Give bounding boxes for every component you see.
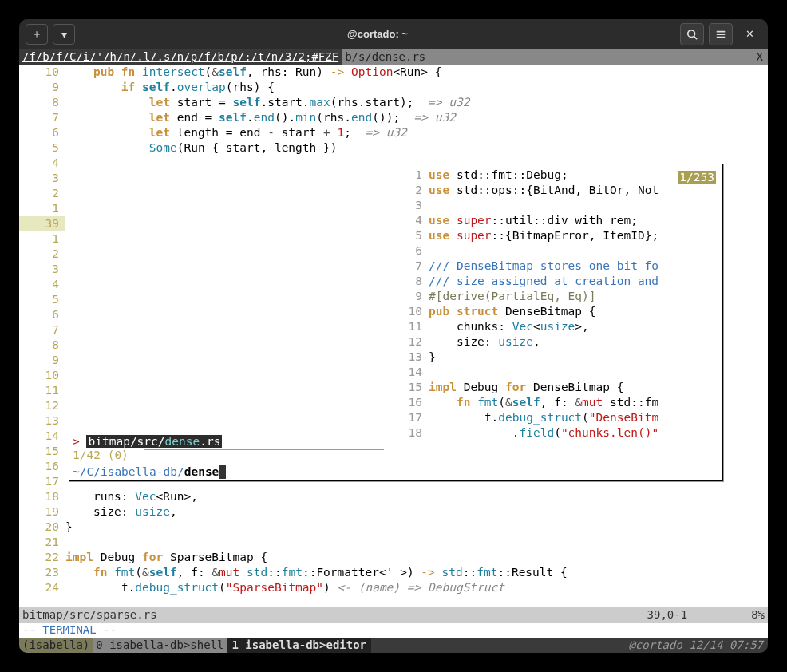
code-line[interactable]: 5 Some(Run { start, length }) xyxy=(19,140,768,156)
code-line[interactable]: 9 if self.overlap(rhs) { xyxy=(19,80,768,95)
line-number: 5 xyxy=(19,140,65,156)
line-number: 13 xyxy=(19,413,65,429)
line-number: 6 xyxy=(19,125,65,140)
line-number: 21 xyxy=(19,535,65,550)
code-line[interactable]: 18 runs: Vec<Run>, xyxy=(19,489,768,504)
editor-area[interactable]: 10 pub fn intersect(&self, rhs: Run) -> … xyxy=(19,65,768,607)
cursor-icon xyxy=(219,465,226,479)
fzf-selected-item[interactable]: > bitmap/src/dense.rs xyxy=(73,435,392,448)
line-number: 17 xyxy=(19,474,65,489)
status-cursor-pos: 39,0-1 xyxy=(647,607,688,623)
fzf-result-count: 1/42 (0) xyxy=(73,449,392,464)
code-line[interactable]: 24 f.debug_struct("SparseBitmap") <- (na… xyxy=(19,580,768,595)
tmux-host-clock: @cortado 12/14 07:57 xyxy=(623,638,768,653)
line-number: 22 xyxy=(19,550,65,565)
line-number: 18 xyxy=(19,489,65,504)
preview-line: 16 fn fmt(&self, f: &mut std::fm xyxy=(395,395,719,410)
line-number: 11 xyxy=(19,383,65,398)
line-number: 15 xyxy=(19,444,65,459)
hamburger-menu-icon[interactable] xyxy=(709,23,733,45)
terminal-window: ＋ ▾ @cortado: ~ ✕ /f/b/f/C/i/'/h/n/.l/.s… xyxy=(19,19,768,653)
line-number: 9 xyxy=(19,353,65,368)
line-number: 5 xyxy=(19,292,65,307)
line-number: 4 xyxy=(19,277,65,292)
preview-line: 6 xyxy=(395,243,719,259)
tab-fzf[interactable]: /f/b/f/C/i/'/h/n/.l/.s/n/p/f/b/p/:/t/n/3… xyxy=(19,49,342,65)
line-number: 8 xyxy=(19,338,65,353)
preview-line: 5use super::{BitmapError, ItemID}; xyxy=(395,228,719,243)
window-titlebar: ＋ ▾ @cortado: ~ ✕ xyxy=(19,19,768,49)
fzf-preview-position-badge: 1/253 xyxy=(678,171,716,184)
preview-line: 15impl Debug for DenseBitmap { xyxy=(395,380,719,395)
preview-line: 14 xyxy=(395,365,719,380)
preview-line: 10pub struct DenseBitmap { xyxy=(395,304,719,319)
tmux-statusbar: (isabella) 0 isabella-db>shell 1 isabell… xyxy=(19,638,768,653)
preview-line: 7/// DenseBitmap stores one bit fo xyxy=(395,259,719,274)
line-number: 6 xyxy=(19,307,65,322)
fzf-popup: 1/253 1use std::fmt::Debug;2use std::ops… xyxy=(69,164,723,481)
line-number: 1 xyxy=(19,201,65,216)
line-number: 7 xyxy=(19,110,65,125)
code-line[interactable]: 19 size: usize, xyxy=(19,504,768,520)
code-line[interactable]: 10 pub fn intersect(&self, rhs: Run) -> … xyxy=(19,65,768,80)
tmux-window-0[interactable]: 0 isabella-db>shell xyxy=(93,638,227,653)
line-number: 10 xyxy=(19,368,65,383)
new-tab-button[interactable]: ＋ xyxy=(26,24,48,45)
line-number: 16 xyxy=(19,459,65,474)
preview-line: 12 size: usize, xyxy=(395,334,719,350)
tabline-close-icon[interactable]: X xyxy=(429,49,768,65)
line-number: 24 xyxy=(19,580,65,595)
svg-point-0 xyxy=(688,30,695,37)
svg-line-1 xyxy=(694,36,698,39)
line-number: 12 xyxy=(19,398,65,413)
tmux-window-1[interactable]: 1 isabella-db>editor xyxy=(227,638,371,653)
tab-dense-rs[interactable]: b/s/dense.rs xyxy=(342,49,429,65)
line-number: 10 xyxy=(19,65,65,80)
window-title: @cortado: ~ xyxy=(75,28,680,40)
code-line[interactable]: 6 let length = end - start + 1; => u32 xyxy=(19,125,768,140)
code-line[interactable]: 8 let start = self.start.max(rhs.start);… xyxy=(19,95,768,110)
line-number: 20 xyxy=(19,520,65,535)
line-number: 23 xyxy=(19,565,65,580)
preview-line: 1use std::fmt::Debug; xyxy=(395,168,719,183)
preview-line: 13} xyxy=(395,350,719,365)
fzf-prompt[interactable]: ~/C/isabella-db/dense xyxy=(73,465,392,480)
vim-tabline: /f/b/f/C/i/'/h/n/.l/.s/n/p/f/b/p/:/t/n/3… xyxy=(19,49,768,65)
tab-menu-button[interactable]: ▾ xyxy=(53,24,75,45)
preview-line: 4use super::util::div_with_rem; xyxy=(395,213,719,228)
status-filename: bitmap/src/sparse.rs xyxy=(22,607,157,623)
line-number: 19 xyxy=(19,504,65,520)
code-line[interactable]: 20} xyxy=(19,520,768,535)
line-number: 3 xyxy=(19,171,65,186)
close-window-button[interactable]: ✕ xyxy=(738,23,761,45)
fzf-list-pane: > bitmap/src/dense.rs 1/42 (0) ~/C/isabe… xyxy=(73,435,392,480)
tmux-session-name[interactable]: (isabella) xyxy=(19,638,93,653)
preview-line: 3 xyxy=(395,198,719,213)
line-number: 1 xyxy=(19,231,65,247)
line-number: 3 xyxy=(19,262,65,277)
preview-line: 8/// size assigned at creation and xyxy=(395,274,719,289)
line-number: 39 xyxy=(19,216,65,231)
line-number: 9 xyxy=(19,80,65,95)
line-number: 2 xyxy=(19,186,65,201)
code-line[interactable]: 7 let end = self.end().min(rhs.end()); =… xyxy=(19,110,768,125)
line-number: 14 xyxy=(19,429,65,444)
code-line[interactable]: 21 xyxy=(19,535,768,550)
line-number: 2 xyxy=(19,247,65,262)
code-line[interactable]: 23 fn fmt(&self, f: &mut std::fmt::Forma… xyxy=(19,565,768,580)
line-number: 8 xyxy=(19,95,65,110)
status-scroll-pct: 8% xyxy=(751,607,765,623)
preview-line: 9#[derive(PartialEq, Eq)] xyxy=(395,289,719,304)
preview-line: 11 chunks: Vec<usize>, xyxy=(395,319,719,334)
line-number: 4 xyxy=(19,156,65,171)
line-number: 7 xyxy=(19,322,65,338)
code-line[interactable]: 22impl Debug for SparseBitmap { xyxy=(19,550,768,565)
vim-mode-line: -- TERMINAL -- xyxy=(19,623,768,638)
preview-line: 2use std::ops::{BitAnd, BitOr, Not xyxy=(395,183,719,198)
vim-statusline: bitmap/src/sparse.rs 39,0-1 8% xyxy=(19,607,768,623)
fzf-preview-pane: 1/253 1use std::fmt::Debug;2use std::ops… xyxy=(395,168,719,477)
preview-line: 18 .field("chunks.len()" xyxy=(395,425,719,441)
preview-line: 17 f.debug_struct("DenseBitm xyxy=(395,410,719,425)
search-icon[interactable] xyxy=(680,23,704,45)
